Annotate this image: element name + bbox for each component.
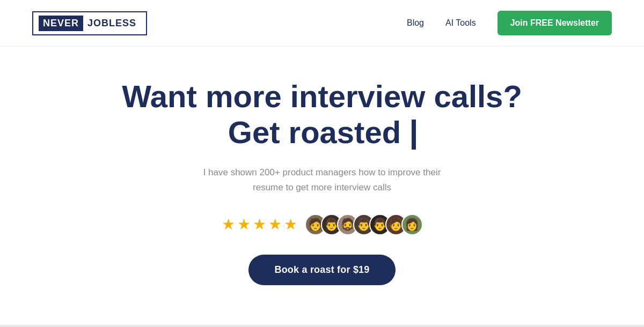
hero-subtitle: I have shown 200+ product managers how t… — [188, 165, 456, 194]
star-1: ★ — [222, 215, 235, 233]
star-3: ★ — [253, 215, 266, 233]
book-roast-button[interactable]: Book a roast for $19 — [248, 255, 395, 285]
nav-ai-tools-link[interactable]: AI Tools — [445, 18, 476, 28]
star-5: ★ — [284, 215, 297, 233]
social-proof: ★ ★ ★ ★ ★ 🧑 👨 🧔 👨 👨 🧑 👩 — [222, 214, 423, 235]
hero-title-line1: Want more interview calls? — [122, 79, 522, 114]
newsletter-button[interactable]: Join FREE Newsletter — [497, 11, 612, 35]
hero-title-line2: Get roasted — [228, 115, 401, 150]
hero-title: Want more interview calls? Get roasted — [122, 79, 522, 150]
page-bottom-border — [0, 325, 644, 327]
navbar: NEVER JOBLESS Blog AI Tools Join FREE Ne… — [0, 0, 644, 47]
avatar-group: 🧑 👨 🧔 👨 👨 🧑 👩 — [305, 214, 423, 235]
avatar-7: 👩 — [401, 214, 423, 235]
logo-jobless: JOBLESS — [83, 16, 141, 31]
nav-links: Blog AI Tools Join FREE Newsletter — [407, 11, 612, 35]
nav-blog-link[interactable]: Blog — [407, 18, 424, 28]
logo-never: NEVER — [39, 16, 83, 31]
star-2: ★ — [237, 215, 251, 233]
hero-section: Want more interview calls? Get roasted I… — [0, 47, 644, 285]
star-rating: ★ ★ ★ ★ ★ — [222, 215, 297, 233]
cursor-blink — [412, 120, 416, 150]
logo[interactable]: NEVER JOBLESS — [32, 11, 147, 35]
star-4: ★ — [268, 215, 282, 233]
